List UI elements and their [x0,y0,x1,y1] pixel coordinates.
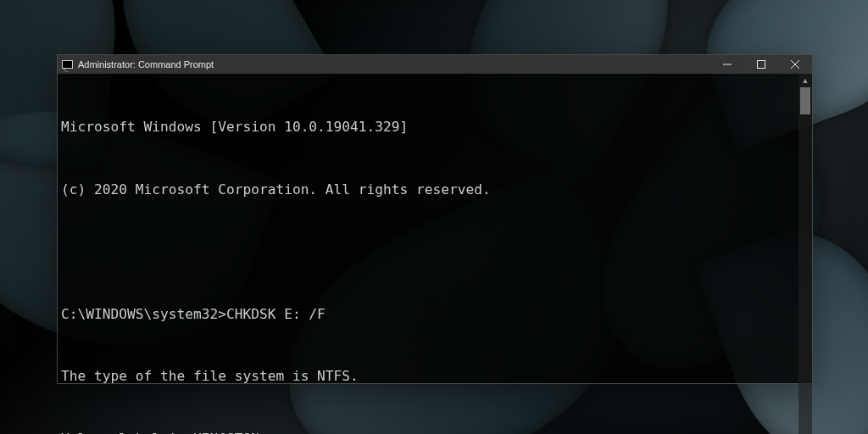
console-line: Microsoft Windows [Version 10.0.19041.32… [61,117,795,138]
maximize-button[interactable] [744,55,778,74]
scroll-up-arrow-icon[interactable]: ▲ [798,74,812,87]
console-line [61,242,795,263]
titlebar[interactable]: Administrator: Command Prompt [58,55,812,74]
console-line: Volume label is KINGSTON. [61,429,795,435]
maximize-icon [757,60,765,69]
vertical-scrollbar[interactable]: ▲ ▼ [798,74,812,434]
client-area: Microsoft Windows [Version 10.0.19041.32… [58,74,812,434]
window-title: Administrator: Command Prompt [76,55,214,74]
cmd-icon [58,60,76,69]
console-line: The type of the file system is NTFS. [61,366,795,387]
desktop-background: Administrator: Command Prompt Microsoft … [0,0,868,434]
console-line: C:\WINDOWS\system32>CHKDSK E: /F [61,304,795,326]
command-prompt-window: Administrator: Command Prompt Microsoft … [57,54,813,384]
minimize-icon [723,60,732,69]
svg-rect-0 [758,61,765,69]
scrollbar-thumb[interactable] [800,87,810,114]
close-button[interactable] [778,55,812,74]
console-line: (c) 2020 Microsoft Corporation. All righ… [61,180,795,201]
console-output[interactable]: Microsoft Windows [Version 10.0.19041.32… [58,74,798,434]
minimize-button[interactable] [710,55,744,74]
close-icon [791,60,799,69]
